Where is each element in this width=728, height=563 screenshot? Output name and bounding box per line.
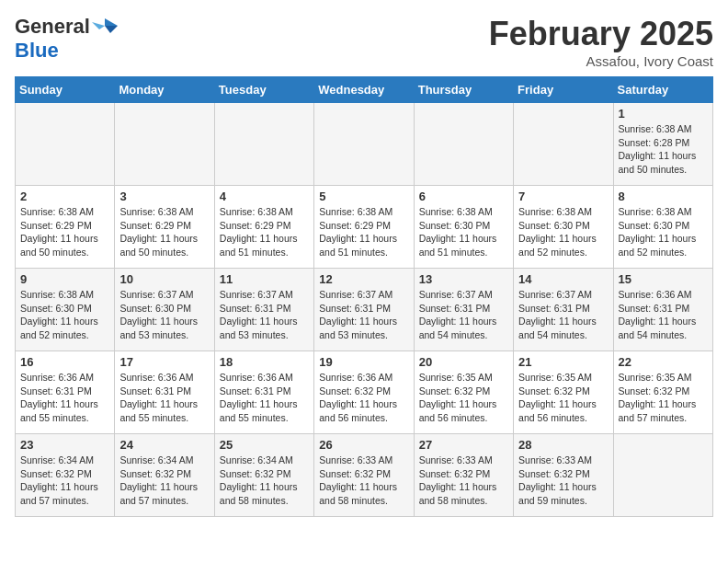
day-number: 18 xyxy=(220,355,309,369)
day-number: 13 xyxy=(419,272,508,286)
day-info: Sunrise: 6:34 AM Sunset: 6:32 PM Dayligh… xyxy=(20,454,109,508)
svg-marker-2 xyxy=(92,22,105,29)
calendar-day-20: 20Sunrise: 6:35 AM Sunset: 6:32 PM Dayli… xyxy=(414,351,513,434)
day-number: 16 xyxy=(20,355,109,369)
day-number: 11 xyxy=(220,272,309,286)
day-info: Sunrise: 6:38 AM Sunset: 6:30 PM Dayligh… xyxy=(20,288,109,342)
logo: General Blue xyxy=(15,15,118,63)
day-number: 20 xyxy=(419,355,508,369)
weekday-header-wednesday: Wednesday xyxy=(314,77,414,103)
day-number: 19 xyxy=(319,355,408,369)
calendar-day-5: 5Sunrise: 6:38 AM Sunset: 6:29 PM Daylig… xyxy=(314,186,414,269)
calendar-header-row: SundayMondayTuesdayWednesdayThursdayFrid… xyxy=(16,77,713,103)
day-number: 3 xyxy=(119,190,209,203)
day-info: Sunrise: 6:36 AM Sunset: 6:31 PM Dayligh… xyxy=(119,371,209,425)
calendar-day-21: 21Sunrise: 6:35 AM Sunset: 6:32 PM Dayli… xyxy=(514,351,613,434)
month-title: February 2025 xyxy=(489,15,713,53)
day-number: 7 xyxy=(518,190,608,203)
day-info: Sunrise: 6:36 AM Sunset: 6:31 PM Dayligh… xyxy=(20,371,109,425)
day-info: Sunrise: 6:35 AM Sunset: 6:32 PM Dayligh… xyxy=(419,371,508,425)
day-number: 21 xyxy=(518,355,608,369)
calendar-day-empty xyxy=(16,103,115,186)
day-info: Sunrise: 6:38 AM Sunset: 6:29 PM Dayligh… xyxy=(119,205,209,259)
calendar-day-2: 2Sunrise: 6:38 AM Sunset: 6:29 PM Daylig… xyxy=(16,186,115,269)
calendar-day-9: 9Sunrise: 6:38 AM Sunset: 6:30 PM Daylig… xyxy=(16,269,115,351)
day-info: Sunrise: 6:36 AM Sunset: 6:31 PM Dayligh… xyxy=(619,288,708,342)
day-number: 28 xyxy=(518,438,608,452)
calendar-day-10: 10Sunrise: 6:37 AM Sunset: 6:30 PM Dayli… xyxy=(115,269,214,351)
calendar-table: SundayMondayTuesdayWednesdayThursdayFrid… xyxy=(15,76,713,517)
day-info: Sunrise: 6:38 AM Sunset: 6:30 PM Dayligh… xyxy=(619,205,708,259)
logo-bird-icon xyxy=(92,17,118,37)
calendar-day-24: 24Sunrise: 6:34 AM Sunset: 6:32 PM Dayli… xyxy=(115,434,214,517)
day-number: 10 xyxy=(119,272,209,286)
day-number: 9 xyxy=(20,272,109,286)
day-info: Sunrise: 6:38 AM Sunset: 6:29 PM Dayligh… xyxy=(220,205,309,259)
logo-blue-text: Blue xyxy=(15,39,59,63)
calendar-day-3: 3Sunrise: 6:38 AM Sunset: 6:29 PM Daylig… xyxy=(115,186,214,269)
day-number: 15 xyxy=(619,272,708,286)
calendar-day-empty xyxy=(214,103,313,186)
calendar-week-row: 23Sunrise: 6:34 AM Sunset: 6:32 PM Dayli… xyxy=(16,434,713,517)
calendar-day-14: 14Sunrise: 6:37 AM Sunset: 6:31 PM Dayli… xyxy=(514,269,613,351)
calendar-day-empty xyxy=(613,434,712,517)
day-info: Sunrise: 6:34 AM Sunset: 6:32 PM Dayligh… xyxy=(119,454,209,508)
calendar-day-empty xyxy=(314,103,414,186)
day-number: 14 xyxy=(518,272,608,286)
day-number: 6 xyxy=(419,190,508,203)
day-info: Sunrise: 6:38 AM Sunset: 6:30 PM Dayligh… xyxy=(518,205,608,259)
calendar-day-13: 13Sunrise: 6:37 AM Sunset: 6:31 PM Dayli… xyxy=(414,269,513,351)
day-number: 8 xyxy=(619,190,708,203)
day-info: Sunrise: 6:37 AM Sunset: 6:31 PM Dayligh… xyxy=(419,288,508,342)
day-info: Sunrise: 6:37 AM Sunset: 6:31 PM Dayligh… xyxy=(220,288,309,342)
weekday-header-saturday: Saturday xyxy=(613,77,712,103)
day-info: Sunrise: 6:38 AM Sunset: 6:29 PM Dayligh… xyxy=(319,205,408,259)
location: Assafou, Ivory Coast xyxy=(489,53,713,69)
calendar-day-8: 8Sunrise: 6:38 AM Sunset: 6:30 PM Daylig… xyxy=(613,186,712,269)
day-info: Sunrise: 6:33 AM Sunset: 6:32 PM Dayligh… xyxy=(319,454,408,508)
calendar-day-empty xyxy=(414,103,513,186)
calendar-day-7: 7Sunrise: 6:38 AM Sunset: 6:30 PM Daylig… xyxy=(514,186,613,269)
day-info: Sunrise: 6:38 AM Sunset: 6:29 PM Dayligh… xyxy=(20,205,109,259)
day-info: Sunrise: 6:33 AM Sunset: 6:32 PM Dayligh… xyxy=(419,454,508,508)
calendar-day-28: 28Sunrise: 6:33 AM Sunset: 6:32 PM Dayli… xyxy=(514,434,613,517)
day-number: 24 xyxy=(119,438,209,452)
calendar-day-empty xyxy=(115,103,214,186)
logo-general-text: General xyxy=(15,15,90,39)
calendar-day-26: 26Sunrise: 6:33 AM Sunset: 6:32 PM Dayli… xyxy=(314,434,414,517)
day-number: 27 xyxy=(419,438,508,452)
calendar-day-17: 17Sunrise: 6:36 AM Sunset: 6:31 PM Dayli… xyxy=(115,351,214,434)
day-number: 25 xyxy=(220,438,309,452)
calendar-day-11: 11Sunrise: 6:37 AM Sunset: 6:31 PM Dayli… xyxy=(214,269,313,351)
svg-marker-0 xyxy=(105,18,118,26)
calendar-day-12: 12Sunrise: 6:37 AM Sunset: 6:31 PM Dayli… xyxy=(314,269,414,351)
svg-marker-1 xyxy=(105,26,118,33)
calendar-week-row: 9Sunrise: 6:38 AM Sunset: 6:30 PM Daylig… xyxy=(16,269,713,351)
day-number: 2 xyxy=(20,190,109,203)
day-info: Sunrise: 6:38 AM Sunset: 6:30 PM Dayligh… xyxy=(419,205,508,259)
day-number: 23 xyxy=(20,438,109,452)
day-info: Sunrise: 6:36 AM Sunset: 6:32 PM Dayligh… xyxy=(319,371,408,425)
day-number: 17 xyxy=(119,355,209,369)
day-info: Sunrise: 6:36 AM Sunset: 6:31 PM Dayligh… xyxy=(220,371,309,425)
weekday-header-thursday: Thursday xyxy=(414,77,513,103)
day-number: 5 xyxy=(319,190,408,203)
page-header: General Blue February 2025 Assafou, Ivor… xyxy=(15,15,713,69)
day-info: Sunrise: 6:34 AM Sunset: 6:32 PM Dayligh… xyxy=(220,454,309,508)
day-info: Sunrise: 6:37 AM Sunset: 6:30 PM Dayligh… xyxy=(119,288,209,342)
calendar-day-27: 27Sunrise: 6:33 AM Sunset: 6:32 PM Dayli… xyxy=(414,434,513,517)
calendar-week-row: 1Sunrise: 6:38 AM Sunset: 6:28 PM Daylig… xyxy=(16,103,713,186)
weekday-header-tuesday: Tuesday xyxy=(214,77,313,103)
day-info: Sunrise: 6:33 AM Sunset: 6:32 PM Dayligh… xyxy=(518,454,608,508)
weekday-header-monday: Monday xyxy=(115,77,214,103)
calendar-day-19: 19Sunrise: 6:36 AM Sunset: 6:32 PM Dayli… xyxy=(314,351,414,434)
calendar-day-23: 23Sunrise: 6:34 AM Sunset: 6:32 PM Dayli… xyxy=(16,434,115,517)
calendar-day-empty xyxy=(514,103,613,186)
calendar-day-22: 22Sunrise: 6:35 AM Sunset: 6:32 PM Dayli… xyxy=(613,351,712,434)
day-info: Sunrise: 6:38 AM Sunset: 6:28 PM Dayligh… xyxy=(619,122,708,177)
calendar-week-row: 16Sunrise: 6:36 AM Sunset: 6:31 PM Dayli… xyxy=(16,351,713,434)
calendar-day-16: 16Sunrise: 6:36 AM Sunset: 6:31 PM Dayli… xyxy=(16,351,115,434)
calendar-day-4: 4Sunrise: 6:38 AM Sunset: 6:29 PM Daylig… xyxy=(214,186,313,269)
day-info: Sunrise: 6:35 AM Sunset: 6:32 PM Dayligh… xyxy=(518,371,608,425)
day-info: Sunrise: 6:35 AM Sunset: 6:32 PM Dayligh… xyxy=(619,371,708,425)
